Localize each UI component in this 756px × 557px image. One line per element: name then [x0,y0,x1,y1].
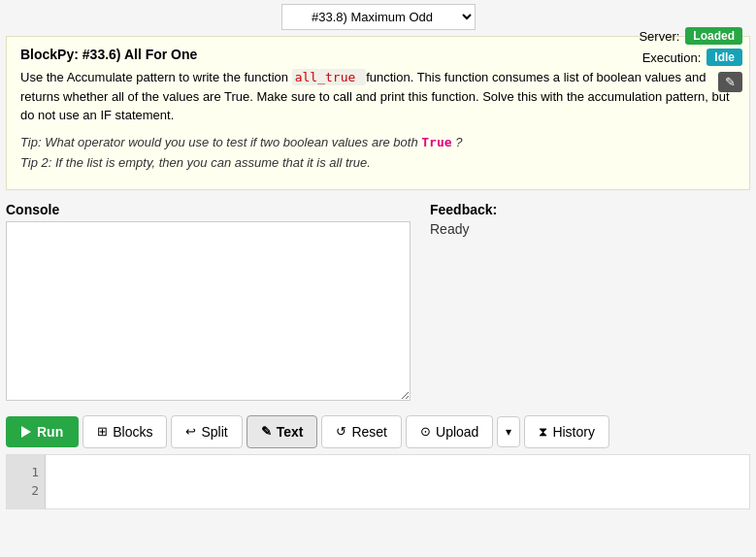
server-status-panel: Server: Loaded Execution: Idle ✎ [639,27,742,92]
server-label: Server: [639,29,679,44]
feedback-section: Feedback: Ready [420,202,750,404]
line-number-2: 2 [13,481,39,501]
reset-label: Reset [351,424,387,440]
upload-button[interactable]: ⊙ Upload [406,415,493,448]
execution-label: Execution: [642,50,702,65]
code-editor-area: 1 2 [6,454,750,509]
tip1: Tip: What operator would you use to test… [20,135,736,149]
reset-button[interactable]: ↺ Reset [321,415,402,448]
upload-label: Upload [436,424,478,440]
execution-status-row: Execution: Idle [642,49,742,66]
code-editor-content[interactable] [46,455,749,508]
run-button[interactable]: Run [6,416,79,447]
problem-number-title: #33.6) All For One [82,47,198,62]
upload-dropdown-arrow[interactable]: ▾ [497,416,520,447]
line-numbers: 1 2 [7,455,46,508]
tip1-after: ? [455,135,462,149]
problem-title: BlockPy: #33.6) All For One [20,47,736,62]
wrench-button[interactable]: ✎ [718,72,742,92]
split-icon: ↩ [185,424,196,439]
history-button[interactable]: ⧗ History [524,415,609,448]
tip2: Tip 2: If the list is empty, then you ca… [20,155,736,170]
reset-icon: ↺ [336,424,346,439]
desc-part1: Use the Accumulate pattern to write the … [20,70,288,84]
run-label: Run [37,424,63,440]
upload-icon: ⊙ [420,424,431,439]
problem-dropdown[interactable]: #33.8) Maximum Odd [281,4,476,30]
split-button[interactable]: ↩ Split [171,415,242,448]
blocks-button[interactable]: ⊞ Blocks [82,415,167,448]
server-status-row: Server: Loaded [639,27,742,45]
console-textarea[interactable] [6,221,411,401]
split-label: Split [201,424,227,440]
feedback-label: Feedback: [430,202,750,217]
text-button[interactable]: ✎ Text [247,415,318,448]
play-icon [21,426,31,438]
problem-description-text: Use the Accumulate pattern to write the … [20,68,736,125]
history-icon: ⧗ [539,424,547,440]
true-keyword: True [421,135,451,149]
blockpy-label: BlockPy: [20,47,79,62]
line-number-1: 1 [13,463,39,482]
text-edit-icon: ✎ [261,424,272,439]
console-section: Console [6,202,420,404]
feedback-status: Ready [430,221,750,237]
toolbar: Run ⊞ Blocks ↩ Split ✎ Text ↺ Reset ⊙ Up… [0,410,756,454]
tip2-text: Tip 2: If the list is empty, then you ca… [20,155,371,170]
text-label: Text [277,424,304,440]
execution-idle-badge: Idle [707,49,742,66]
blocks-icon: ⊞ [97,424,108,439]
function-name-code: all_true [292,69,366,85]
blocks-label: Blocks [113,424,152,440]
console-feedback-container: Console Feedback: Ready [6,196,750,410]
history-label: History [552,424,595,440]
server-loaded-badge: Loaded [685,27,742,45]
tip1-before: Tip: What operator would you use to test… [20,135,418,149]
console-label: Console [6,202,411,217]
